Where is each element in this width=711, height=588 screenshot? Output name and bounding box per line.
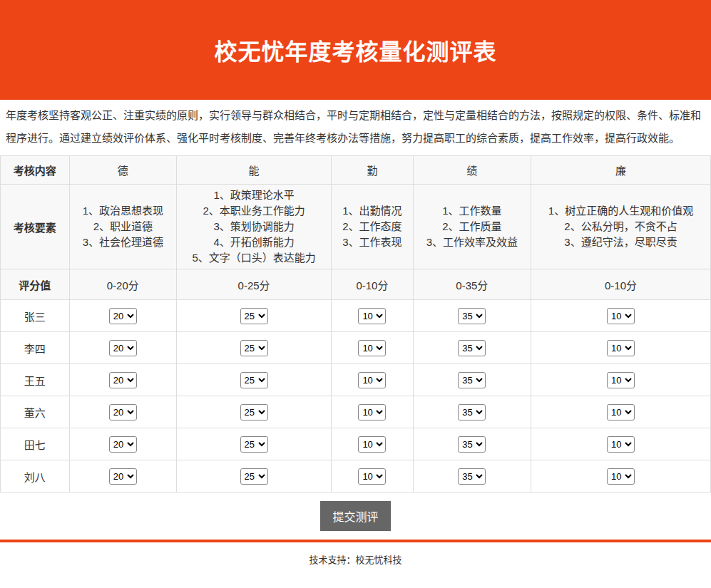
person-row: 董六2025103510 — [1, 396, 711, 428]
score-select[interactable]: 25 — [240, 308, 268, 324]
score-cell: 25 — [177, 364, 332, 396]
score-range-cell: 0-20分 — [69, 269, 176, 300]
person-row: 王五2025103510 — [1, 364, 711, 396]
score-cell: 20 — [69, 396, 176, 428]
factor-item: 2、工作质量 — [416, 219, 528, 234]
person-row: 张三2025103510 — [1, 300, 711, 332]
score-cell: 25 — [177, 332, 332, 364]
page-title: 校无忧年度考核量化测评表 — [214, 33, 496, 66]
score-cell: 25 — [177, 300, 332, 332]
score-cell: 10 — [531, 364, 710, 396]
dimension-header: 德 — [69, 156, 176, 185]
score-select[interactable]: 35 — [458, 404, 486, 421]
score-cell: 10 — [531, 300, 710, 332]
person-row: 田七2025103510 — [1, 428, 711, 460]
score-select[interactable]: 25 — [240, 372, 268, 388]
factor-item: 1、政治思想表现 — [73, 203, 173, 219]
factors-cell: 1、树立正确的人生观和价值观2、公私分明，不贪不占3、遵纪守法，尽职尽责 — [531, 185, 710, 269]
score-select[interactable]: 35 — [458, 308, 486, 324]
score-cell: 20 — [69, 332, 176, 364]
factors-cell: 1、政治思想表现2、职业道德3、社会伦理道德 — [69, 185, 176, 269]
score-select[interactable]: 35 — [458, 372, 486, 388]
score-select[interactable]: 20 — [109, 468, 137, 485]
dimension-header: 勤 — [332, 156, 414, 185]
submit-area: 提交测评 — [0, 501, 711, 531]
score-cell: 35 — [413, 300, 531, 332]
person-row: 李四2025103510 — [1, 332, 711, 364]
factor-item: 5、文字（口头）表达能力 — [180, 250, 328, 266]
score-cell: 10 — [531, 460, 710, 492]
factor-item: 3、遵纪守法，尽职尽责 — [534, 234, 707, 250]
score-select[interactable]: 10 — [607, 436, 635, 453]
person-row: 刘八2025103510 — [1, 460, 711, 492]
score-select[interactable]: 10 — [358, 372, 386, 388]
score-cell: 35 — [413, 396, 531, 428]
score-select[interactable]: 10 — [358, 404, 386, 421]
factors-row: 考核要素1、政治思想表现2、职业道德3、社会伦理道德1、政策理论水平2、本职业务… — [1, 185, 711, 269]
person-name: 李四 — [1, 332, 70, 364]
score-select[interactable]: 25 — [240, 404, 268, 421]
footer-support-text: 技术支持：校无忧科技 — [309, 555, 401, 565]
score-select[interactable]: 20 — [109, 436, 137, 453]
score-cell: 20 — [69, 428, 176, 460]
score-cell: 20 — [69, 300, 176, 332]
content-header-row: 考核内容德能勤绩廉 — [1, 156, 711, 185]
factors-row-label: 考核要素 — [1, 185, 70, 269]
factor-item: 3、策划协调能力 — [180, 219, 328, 234]
factors-cell: 1、出勤情况2、工作态度3、工作表现 — [332, 185, 414, 269]
page-header-banner: 校无忧年度考核量化测评表 — [0, 0, 711, 100]
factor-item: 1、工作数量 — [416, 203, 528, 219]
score-cell: 10 — [332, 460, 414, 492]
score-cell: 25 — [177, 428, 332, 460]
factor-item: 1、政策理论水平 — [180, 187, 328, 203]
score-cell: 10 — [332, 300, 414, 332]
score-select[interactable]: 10 — [607, 372, 635, 388]
score-select[interactable]: 35 — [458, 436, 486, 453]
score-cell: 20 — [69, 460, 176, 492]
factors-cell: 1、政策理论水平2、本职业务工作能力3、策划协调能力4、开拓创新能力5、文字（口… — [177, 185, 332, 269]
score-cell: 35 — [413, 364, 531, 396]
factor-item: 1、树立正确的人生观和价值观 — [534, 203, 707, 219]
score-select[interactable]: 20 — [109, 308, 137, 324]
score-cell: 10 — [531, 428, 710, 460]
factors-cell: 1、工作数量2、工作质量3、工作效率及效益 — [413, 185, 531, 269]
score-select[interactable]: 10 — [607, 404, 635, 421]
person-name: 董六 — [1, 396, 70, 428]
score-select[interactable]: 35 — [458, 340, 486, 356]
score-select[interactable]: 20 — [109, 404, 137, 421]
score-row-label: 评分值 — [1, 269, 70, 300]
factor-item: 3、工作表现 — [334, 234, 410, 250]
person-name: 刘八 — [1, 460, 70, 492]
score-select[interactable]: 10 — [607, 468, 635, 485]
submit-button[interactable]: 提交测评 — [320, 501, 390, 531]
person-name: 田七 — [1, 428, 70, 460]
score-cell: 10 — [332, 332, 414, 364]
score-cell: 35 — [413, 460, 531, 492]
score-select[interactable]: 10 — [358, 308, 386, 324]
score-select[interactable]: 10 — [358, 436, 386, 453]
score-select[interactable]: 35 — [458, 468, 486, 485]
page-footer: 技术支持：校无忧科技 — [0, 540, 711, 577]
score-select[interactable]: 10 — [607, 340, 635, 356]
dimension-header: 绩 — [413, 156, 531, 185]
score-select[interactable]: 10 — [358, 340, 386, 356]
score-cell: 20 — [69, 364, 176, 396]
score-select[interactable]: 25 — [240, 436, 268, 453]
score-select[interactable]: 20 — [109, 372, 137, 388]
score-cell: 25 — [177, 396, 332, 428]
dimension-header: 能 — [177, 156, 332, 185]
score-cell: 10 — [531, 332, 710, 364]
score-range-cell: 0-10分 — [531, 269, 710, 300]
factor-item: 2、公私分明，不贪不占 — [534, 219, 707, 234]
score-select[interactable]: 25 — [240, 468, 268, 485]
score-cell: 10 — [531, 396, 710, 428]
score-select[interactable]: 10 — [607, 308, 635, 324]
score-select[interactable]: 10 — [358, 468, 386, 485]
person-name: 张三 — [1, 300, 70, 332]
score-range-cell: 0-10分 — [332, 269, 414, 300]
score-select[interactable]: 20 — [109, 340, 137, 356]
score-cell: 35 — [413, 332, 531, 364]
content-row-label: 考核内容 — [1, 156, 70, 185]
score-select[interactable]: 25 — [240, 340, 268, 356]
person-name: 王五 — [1, 364, 70, 396]
